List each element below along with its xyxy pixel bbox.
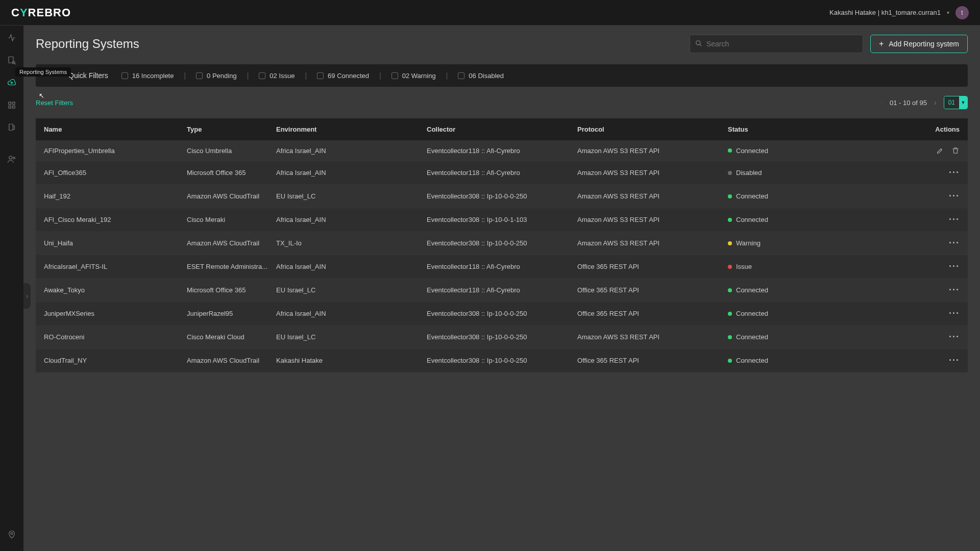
cell-type: Cisco Meraki Cloud (187, 333, 276, 341)
cell-collector: Eventcollector308 :: Ip-10-0-0-250 (427, 357, 577, 364)
table-row[interactable]: Awake_TokyoMicrosoft Office 365EU Israel… (36, 279, 968, 302)
col-header-environment[interactable]: Environment (276, 126, 427, 133)
quick-filter-incomplete[interactable]: 16 Incomplete (121, 72, 174, 80)
status-label: Connected (736, 286, 768, 294)
cell-name: AFI_Cisco Meraki_192 (44, 216, 187, 223)
table-row[interactable]: RO-CotroceniCisco Meraki CloudEU Israel_… (36, 325, 968, 349)
table-header: Name Type Environment Collector Protocol… (36, 118, 968, 140)
cell-environment: Africa Israel_AIN (276, 147, 427, 155)
reset-filters-link[interactable]: Reset Filters (36, 99, 73, 107)
more-icon[interactable]: ··· (949, 355, 960, 366)
checkbox-icon[interactable] (259, 72, 265, 79)
page-title: Reporting Systems (36, 37, 139, 51)
grid-icon[interactable] (7, 100, 17, 110)
activity-icon[interactable] (7, 33, 17, 43)
quick-filter-connected[interactable]: 69 Connected (317, 72, 369, 80)
table-row[interactable]: Haif_192Amazon AWS CloudTrailEU Israel_L… (36, 185, 968, 208)
cell-name: Awake_Tokyo (44, 286, 187, 294)
quick-filter-pending[interactable]: 0 Pending (196, 72, 237, 80)
user-display[interactable]: Kakashi Hatake | kh1_tomare.curran1 (829, 9, 941, 16)
checkbox-icon[interactable] (317, 72, 324, 79)
brand-logo[interactable]: CYREBRO (11, 6, 71, 19)
more-icon[interactable]: ··· (949, 285, 960, 295)
search-input-wrap[interactable] (690, 35, 863, 53)
svg-point-9 (11, 533, 13, 535)
quick-filter-issue[interactable]: 02 Issue (259, 72, 295, 80)
table-row[interactable]: AFIProperties_UmbrellaCisco UmbrellaAfri… (36, 140, 968, 161)
table-row[interactable]: Uni_HaifaAmazon AWS CloudTrailTX_IL-IoEv… (36, 232, 968, 255)
cell-status: Connected (728, 216, 850, 223)
status-dot-icon (728, 265, 732, 269)
status-label: Connected (736, 192, 768, 200)
checkbox-icon[interactable] (458, 72, 464, 79)
cell-actions: ··· (898, 285, 960, 295)
quick-filter-label: 02 Issue (270, 72, 295, 80)
pagination-range: 01 - 10 of 95 (890, 99, 927, 107)
status-label: Connected (736, 333, 768, 341)
device-icon[interactable] (7, 122, 17, 133)
more-icon[interactable]: ··· (949, 191, 960, 202)
cell-environment: EU Israel_LC (276, 333, 427, 341)
location-icon[interactable] (7, 530, 17, 540)
quick-filter-label: 02 Warning (402, 72, 436, 80)
pagination: ‹ 01 - 10 of 95 › 01 ▼ (880, 96, 968, 109)
more-icon[interactable]: ··· (949, 308, 960, 319)
table-row[interactable]: AfricaIsrael_AFITS-ILESET Remote Adminis… (36, 255, 968, 279)
table-row[interactable]: JuniperMXSeriesJuniperRazel95Africa Isra… (36, 302, 968, 325)
checkbox-icon[interactable] (196, 72, 203, 79)
quick-filter-disabled[interactable]: 06 Disabled (458, 72, 504, 80)
more-icon[interactable]: ··· (949, 261, 960, 272)
status-dot-icon (728, 194, 732, 198)
cell-collector: Eventcollector308 :: Ip-10-0-0-250 (427, 239, 577, 247)
cell-name: RO-Cotroceni (44, 333, 187, 341)
cell-actions: ··· (898, 308, 960, 319)
col-header-actions: Actions (898, 126, 960, 133)
more-icon[interactable]: ··· (949, 332, 960, 342)
cloud-upload-icon[interactable] (7, 78, 17, 88)
reporting-systems-table: Name Type Environment Collector Protocol… (36, 118, 968, 372)
cell-name: JuniperMXSeries (44, 310, 187, 317)
quick-filter-label: 0 Pending (207, 72, 237, 80)
cell-collector: Eventcollector308 :: Ip-10-0-0-250 (427, 310, 577, 317)
more-icon[interactable]: ··· (949, 214, 960, 225)
avatar[interactable]: t (955, 6, 969, 19)
cell-type: Cisco Umbrella (187, 147, 276, 155)
col-header-status[interactable]: Status (728, 126, 850, 133)
page-prev-button[interactable]: ‹ (880, 98, 883, 107)
cell-name: CloudTrail_NY (44, 357, 187, 364)
table-row[interactable]: AFI_Office365Microsoft Office 365Africa … (36, 161, 968, 185)
status-label: Connected (736, 357, 768, 364)
more-icon[interactable]: ··· (949, 238, 960, 248)
quick-filter-warning[interactable]: 02 Warning (391, 72, 436, 80)
cell-status: Connected (728, 147, 850, 155)
page-current: 01 (944, 96, 959, 109)
svg-rect-5 (13, 106, 15, 109)
checkbox-icon[interactable] (391, 72, 398, 79)
col-header-name[interactable]: Name (44, 126, 187, 133)
cell-actions: ··· (898, 214, 960, 225)
table-row[interactable]: CloudTrail_NYAmazon AWS CloudTrailKakash… (36, 349, 968, 372)
table-row[interactable]: AFI_Cisco Meraki_192Cisco MerakiAfrica I… (36, 208, 968, 232)
trash-icon[interactable] (951, 146, 960, 155)
cell-collector: Eventcollector118 :: Afi-Cyrebro (427, 286, 577, 294)
col-header-collector[interactable]: Collector (427, 126, 577, 133)
checkbox-icon[interactable] (121, 72, 128, 79)
cell-protocol: Amazon AWS S3 REST API (577, 239, 728, 247)
sidebar (0, 26, 23, 551)
svg-point-1 (13, 61, 15, 64)
chevron-down-icon[interactable]: ▾ (947, 10, 949, 15)
svg-rect-3 (13, 102, 15, 105)
quick-filter-label: 16 Incomplete (132, 72, 174, 80)
col-header-protocol[interactable]: Protocol (577, 126, 728, 133)
col-header-type[interactable]: Type (187, 126, 276, 133)
page-select[interactable]: 01 ▼ (944, 96, 968, 109)
add-reporting-system-button[interactable]: + Add Reporting system (870, 35, 968, 53)
search-input[interactable] (706, 40, 857, 48)
users-icon[interactable] (7, 154, 17, 164)
search-doc-icon[interactable] (7, 55, 17, 65)
chevron-down-icon[interactable]: ▼ (959, 96, 967, 109)
edit-icon[interactable] (936, 146, 944, 155)
more-icon[interactable]: ··· (949, 167, 960, 178)
page-next-button[interactable]: › (934, 98, 937, 107)
svg-point-10 (696, 40, 700, 44)
